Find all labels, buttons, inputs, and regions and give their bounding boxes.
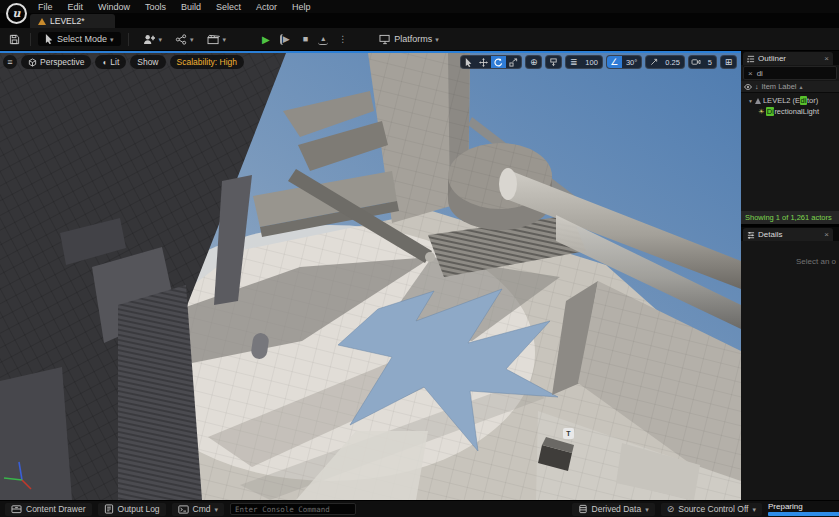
stop-button[interactable]: ■: [300, 33, 311, 45]
platforms-dropdown[interactable]: Platforms ▾: [376, 33, 442, 46]
camera-icon: [691, 58, 701, 66]
close-icon[interactable]: ×: [824, 230, 829, 239]
outliner-tab-label: Outliner: [758, 54, 786, 63]
save-button[interactable]: [6, 33, 23, 46]
chevron-down-icon: ▾: [215, 506, 219, 513]
scale-snap-button[interactable]: [646, 56, 661, 68]
show-dropdown[interactable]: Show: [130, 55, 165, 69]
content-drawer-button[interactable]: Content Drawer: [5, 503, 92, 516]
menu-edit[interactable]: Edit: [68, 2, 84, 12]
surface-snap-button[interactable]: [546, 56, 561, 68]
scale-snap-value[interactable]: 0.25: [661, 56, 684, 68]
background-task-progress[interactable]: Preparing: [768, 503, 839, 516]
sort-ascending-icon: ▴: [800, 83, 803, 90]
pin-column-icon[interactable]: ↓: [755, 83, 759, 90]
toolbar-separator: [128, 33, 129, 46]
lit-dropdown[interactable]: ◐ Lit: [95, 55, 126, 69]
translate-tool-icon: [479, 58, 488, 67]
title-bar: u File Edit Window Tools Build Select Ac…: [0, 0, 839, 28]
console-command-input[interactable]: [230, 503, 356, 515]
chevron-down-icon: ▾: [110, 36, 114, 43]
lit-icon: ◐: [102, 58, 107, 67]
grid-snap-value[interactable]: 100: [581, 56, 602, 68]
chevron-down-icon: ▾: [223, 36, 227, 43]
menu-file[interactable]: File: [38, 2, 53, 12]
outliner-tab[interactable]: Outliner ×: [743, 52, 833, 65]
cmd-label: Cmd: [193, 504, 211, 514]
outliner-tree: ▼ LEVEL2 (Editor) ☀ DirectionalLight: [741, 93, 839, 211]
rotation-snap-button[interactable]: ∠: [607, 56, 622, 68]
outliner-tabbar: Outliner ×: [741, 51, 839, 65]
translate-tool-button[interactable]: [476, 56, 491, 68]
cinematics-button[interactable]: ▾: [204, 33, 230, 46]
output-log-icon: [104, 504, 114, 514]
output-log-button[interactable]: Output Log: [98, 503, 166, 516]
perspective-dropdown[interactable]: Perspective: [21, 55, 91, 69]
actor-sprite-icon[interactable]: T: [563, 428, 574, 439]
menu-window[interactable]: Window: [98, 2, 130, 12]
menu-bar: File Edit Window Tools Build Select Acto…: [0, 0, 839, 13]
menu-build[interactable]: Build: [181, 2, 201, 12]
clear-search-icon[interactable]: ×: [748, 69, 753, 78]
viewport-toolbar-left: ≡ Perspective ◐ Lit Show Scalability: Hi…: [3, 55, 244, 69]
chevron-down-icon: ▾: [752, 506, 756, 513]
expander-icon[interactable]: ▼: [748, 98, 753, 104]
skip-button[interactable]: ▶: [280, 34, 293, 45]
level-tab[interactable]: LEVEL2*: [30, 14, 115, 28]
details-panel: Details × Select an o: [741, 227, 839, 500]
select-tool-icon: [465, 58, 473, 67]
outliner-row-directional-light[interactable]: ☀ DirectionalLight: [741, 106, 839, 117]
source-control-button[interactable]: ⊘ Source Control Off ▾: [661, 503, 762, 516]
progress-label: Preparing: [768, 503, 839, 511]
derived-data-button[interactable]: Derived Data ▾: [572, 503, 655, 516]
viewport-options-button[interactable]: ≡: [3, 55, 17, 69]
row-label: LEVEL2 (Editor): [763, 96, 818, 105]
outliner-panel: Outliner × × di ↓ Item Label ▴ ▼ LEVEL2 …: [741, 51, 839, 224]
rotation-snap-value[interactable]: 30°: [622, 56, 641, 68]
scalability-label: Scalability: High: [177, 57, 237, 67]
menu-tools[interactable]: Tools: [145, 2, 166, 12]
add-actor-button[interactable]: ▾: [140, 33, 166, 46]
outliner-row-level[interactable]: ▼ LEVEL2 (Editor): [741, 95, 839, 106]
viewport-toolbar-right: ⊕ ≣ 100 ∠ 30° 0.25: [460, 55, 737, 69]
console-icon: [178, 505, 189, 514]
play-options-icon[interactable]: ⋮: [335, 33, 350, 45]
visibility-eye-icon[interactable]: [744, 84, 752, 90]
item-label-header[interactable]: Item Label: [762, 82, 797, 91]
close-icon[interactable]: ×: [824, 54, 829, 63]
platforms-label: Platforms: [394, 34, 432, 44]
outliner-column-header: ↓ Item Label ▴: [741, 81, 839, 93]
surface-snap-icon: [549, 58, 558, 67]
unreal-logo-icon: u: [6, 3, 27, 24]
platforms-icon: [379, 34, 391, 45]
outliner-search-input[interactable]: × di: [743, 66, 837, 80]
details-icon: [747, 231, 755, 239]
world-coordinate-button[interactable]: ⊕: [526, 56, 541, 68]
cursor-icon: [45, 34, 54, 44]
actor-count-text: Showing 1 of 1,261 actors: [745, 213, 832, 222]
cmd-dropdown[interactable]: Cmd ▾: [172, 503, 224, 516]
add-actor-icon: [143, 34, 156, 45]
menu-actor[interactable]: Actor: [256, 2, 277, 12]
details-tab[interactable]: Details ×: [743, 228, 833, 241]
details-tabbar: Details ×: [741, 227, 839, 241]
level-viewport[interactable]: ≡ Perspective ◐ Lit Show Scalability: Hi…: [0, 51, 741, 500]
camera-speed-value[interactable]: 5: [704, 56, 716, 68]
select-tool-button[interactable]: [461, 56, 476, 68]
level-tab-row: LEVEL2*: [0, 13, 839, 28]
play-button[interactable]: ▶: [259, 33, 273, 46]
menu-select[interactable]: Select: [216, 2, 241, 12]
select-mode-dropdown[interactable]: Select Mode ▾: [38, 32, 121, 46]
grid-snap-button[interactable]: ≣: [566, 56, 581, 68]
menu-help[interactable]: Help: [292, 2, 311, 12]
viewport-scene: [0, 53, 741, 500]
lit-label: Lit: [110, 57, 119, 67]
eject-button[interactable]: ▴: [318, 34, 328, 45]
scale-tool-button[interactable]: [506, 56, 521, 68]
rotate-tool-button[interactable]: [491, 56, 506, 68]
maximize-viewport-button[interactable]: ⊞: [721, 56, 736, 68]
blueprints-button[interactable]: ▾: [172, 33, 197, 46]
scalability-button[interactable]: Scalability: High: [170, 55, 244, 69]
level-asset-icon: [38, 18, 46, 25]
camera-speed-button[interactable]: [689, 56, 704, 68]
